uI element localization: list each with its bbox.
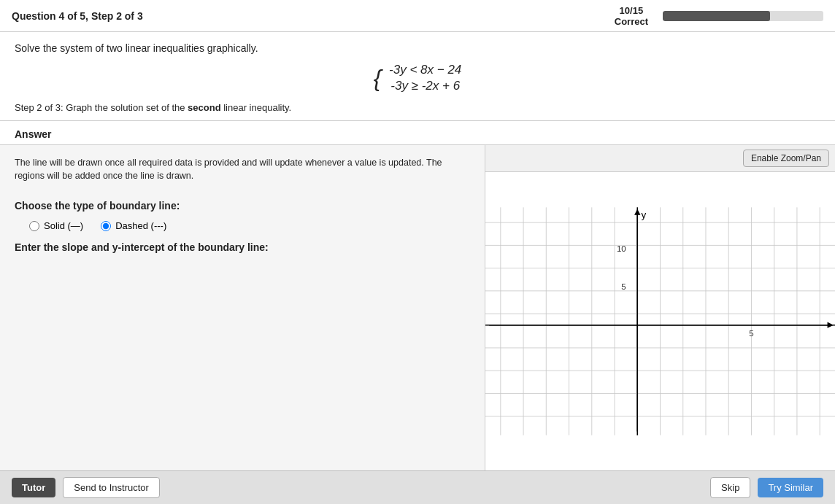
skip-button[interactable]: Skip xyxy=(710,477,750,498)
solid-option[interactable]: Solid (—) xyxy=(29,220,83,231)
answer-label: Answer xyxy=(15,128,820,140)
brace-symbol: { xyxy=(374,65,382,91)
slope-label: Enter the slope and y-intercept of the b… xyxy=(15,241,470,253)
send-instructor-button[interactable]: Send to Instructor xyxy=(63,477,160,498)
svg-text:y: y xyxy=(641,209,646,220)
right-panel: Enable Zoom/Pan xyxy=(485,145,835,470)
solid-label: Solid (—) xyxy=(44,220,83,231)
solid-radio[interactable] xyxy=(29,221,39,231)
left-panel: The line will be drawn once all required… xyxy=(0,145,485,470)
boundary-title: Choose the type of boundary line: xyxy=(15,200,470,212)
footer: Tutor Send to Instructor Skip Try Simila… xyxy=(0,470,835,504)
score-progress-area: 10/15 Correct xyxy=(615,5,823,27)
score-text: 10/15 xyxy=(620,5,644,16)
dashed-option[interactable]: Dashed (---) xyxy=(101,220,166,231)
tutor-button[interactable]: Tutor xyxy=(12,478,55,497)
equation2: -3y ≥ -2x + 6 xyxy=(389,79,461,93)
footer-left: Tutor Send to Instructor xyxy=(12,477,160,498)
graph-container: y 10 5 5 xyxy=(485,172,835,470)
info-text: The line will be drawn once all required… xyxy=(15,157,470,182)
equation1: -3y < 8x − 24 xyxy=(389,63,461,77)
problem-title: Solve the system of two linear inequalit… xyxy=(15,42,820,54)
main-content: The line will be drawn once all required… xyxy=(0,145,835,470)
boundary-section: Choose the type of boundary line: Solid … xyxy=(15,200,470,253)
score-area: 10/15 Correct xyxy=(615,5,648,27)
dashed-radio[interactable] xyxy=(101,221,111,231)
dashed-label: Dashed (---) xyxy=(115,220,166,231)
svg-text:10: 10 xyxy=(617,244,626,253)
question-label: Question 4 of 5, Step 2 of 3 xyxy=(12,10,143,22)
svg-marker-28 xyxy=(828,322,834,328)
svg-text:5: 5 xyxy=(621,282,626,291)
math-lines: -3y < 8x − 24 -3y ≥ -2x + 6 xyxy=(389,63,461,93)
svg-marker-26 xyxy=(634,209,640,214)
progress-bar-fill xyxy=(663,11,770,21)
graph-svg: y 10 5 5 xyxy=(485,172,835,470)
correct-text: Correct xyxy=(615,16,648,27)
step-bold: second xyxy=(188,102,221,113)
enable-zoom-bar: Enable Zoom/Pan xyxy=(485,145,835,172)
answer-section: Answer xyxy=(0,121,835,145)
progress-bar-container xyxy=(663,11,823,21)
step-instruction-label: Step 2 of 3: xyxy=(15,102,64,113)
step-detail: Graph the solution set of the xyxy=(66,102,188,113)
radio-group: Solid (—) Dashed (---) xyxy=(29,220,470,231)
problem-area: Solve the system of two linear inequalit… xyxy=(0,32,835,121)
try-similar-button[interactable]: Try Similar xyxy=(758,478,823,497)
step-end: linear inequality. xyxy=(221,102,292,113)
enable-zoom-button[interactable]: Enable Zoom/Pan xyxy=(743,150,829,167)
top-header: Question 4 of 5, Step 2 of 3 10/15 Corre… xyxy=(0,0,835,32)
step-instruction: Step 2 of 3: Graph the solution set of t… xyxy=(15,102,820,113)
footer-right: Skip Try Similar xyxy=(710,477,823,498)
math-system: { -3y < 8x − 24 -3y ≥ -2x + 6 xyxy=(15,63,820,93)
svg-text:5: 5 xyxy=(749,329,753,338)
